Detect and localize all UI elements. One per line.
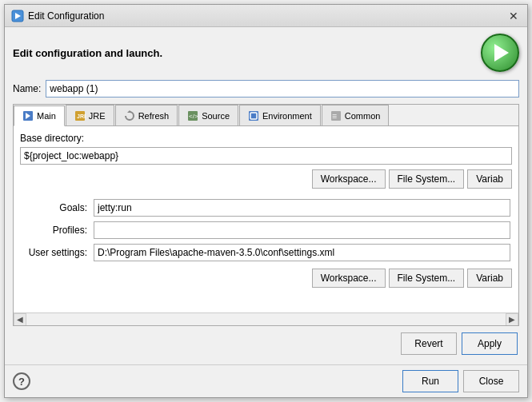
edit-configuration-dialog: Edit Configuration ✕ Edit configuration … <box>4 4 528 398</box>
header-section: Edit configuration and launch. <box>13 34 519 72</box>
profiles-input[interactable] <box>94 221 510 239</box>
refresh-tab-icon <box>124 110 135 121</box>
main-tab-icon <box>22 110 34 121</box>
jre-tab-icon: JRE <box>74 110 86 121</box>
tab-common[interactable]: ☰ Common <box>322 105 390 125</box>
user-settings-btn-row: Workspace... File System... Variab <box>20 269 512 288</box>
horizontal-scrollbar[interactable]: ◀ ▶ <box>14 312 518 325</box>
dialog-close-button[interactable]: Close <box>463 370 519 392</box>
svg-text:</>: </> <box>189 113 198 120</box>
user-settings-cell <box>92 241 512 264</box>
tabs-bar: Main JRE JRE Refresh </> <box>14 105 518 126</box>
name-input[interactable] <box>46 80 519 98</box>
user-settings-input[interactable] <box>94 244 510 261</box>
bottom-buttons: Revert Apply <box>13 326 519 358</box>
goals-label: Goals: <box>20 197 92 219</box>
revert-button[interactable]: Revert <box>401 332 457 355</box>
run-launch-button[interactable] <box>481 34 519 72</box>
dialog-title: Edit Configuration <box>28 10 104 22</box>
svg-text:JRE: JRE <box>77 113 86 119</box>
scroll-thumb <box>26 313 506 325</box>
environment-tab-icon <box>248 110 259 121</box>
tab-refresh-label: Refresh <box>138 111 170 121</box>
name-row: Name: <box>13 80 519 98</box>
tab-source[interactable]: </> Source <box>178 105 238 125</box>
footer-right-buttons: Run Close <box>402 370 519 392</box>
tabs-panel: Main JRE JRE Refresh </> <box>13 104 519 326</box>
tab-environment-label: Environment <box>262 111 312 121</box>
scroll-left-arrow[interactable]: ◀ <box>14 313 26 326</box>
header-subtitle: Edit configuration and launch. <box>13 47 162 59</box>
goals-row: Goals: <box>20 197 512 219</box>
tab-content-main: Base directory: Workspace... File System… <box>14 126 518 325</box>
content-inner: Base directory: Workspace... File System… <box>14 126 518 302</box>
base-directory-input[interactable] <box>20 147 512 165</box>
scroll-right-arrow[interactable]: ▶ <box>506 313 518 326</box>
variables-button-1[interactable]: Variab <box>467 169 512 189</box>
tab-jre[interactable]: JRE JRE <box>66 105 114 125</box>
run-button[interactable]: Run <box>402 370 458 392</box>
profiles-row: Profiles: <box>20 219 512 241</box>
run-icon-circle <box>481 34 519 72</box>
profiles-cell <box>92 219 512 241</box>
name-label: Name: <box>13 83 41 94</box>
dialog-body: Edit configuration and launch. Name: Mai… <box>5 27 527 364</box>
user-settings-row: User settings: <box>20 241 512 264</box>
tab-source-label: Source <box>202 111 230 121</box>
apply-button[interactable]: Apply <box>462 332 518 355</box>
variables-button-2[interactable]: Variab <box>467 269 512 288</box>
base-directory-label: Base directory: <box>20 133 512 144</box>
filesystem-button-2[interactable]: File System... <box>389 269 465 288</box>
footer-bar: ? Run Close <box>5 364 527 397</box>
goals-input[interactable] <box>94 199 510 217</box>
tab-environment[interactable]: Environment <box>239 105 321 125</box>
tab-main-label: Main <box>37 111 56 121</box>
tab-refresh[interactable]: Refresh <box>115 105 178 125</box>
filesystem-button-1[interactable]: File System... <box>389 169 465 189</box>
base-dir-btn-row: Workspace... File System... Variab <box>20 169 512 189</box>
run-icon-triangle <box>494 44 509 62</box>
tab-main[interactable]: Main <box>14 105 65 126</box>
workspace-button-1[interactable]: Workspace... <box>312 169 386 189</box>
profiles-label: Profiles: <box>20 219 92 241</box>
tab-common-label: Common <box>345 111 381 121</box>
common-tab-icon: ☰ <box>330 110 342 121</box>
goals-cell <box>92 197 512 219</box>
svg-text:☰: ☰ <box>332 113 337 119</box>
title-bar: Edit Configuration ✕ <box>5 5 527 27</box>
tab-jre-label: JRE <box>89 111 106 121</box>
user-settings-label: User settings: <box>20 241 92 264</box>
help-button[interactable]: ? <box>13 372 30 390</box>
workspace-button-2[interactable]: Workspace... <box>312 269 386 288</box>
source-tab-icon: </> <box>187 110 198 121</box>
close-icon-button[interactable]: ✕ <box>506 9 521 23</box>
title-bar-left: Edit Configuration <box>11 10 104 22</box>
form-table: Goals: Profiles: User sett <box>20 197 512 264</box>
dialog-icon <box>11 10 24 22</box>
